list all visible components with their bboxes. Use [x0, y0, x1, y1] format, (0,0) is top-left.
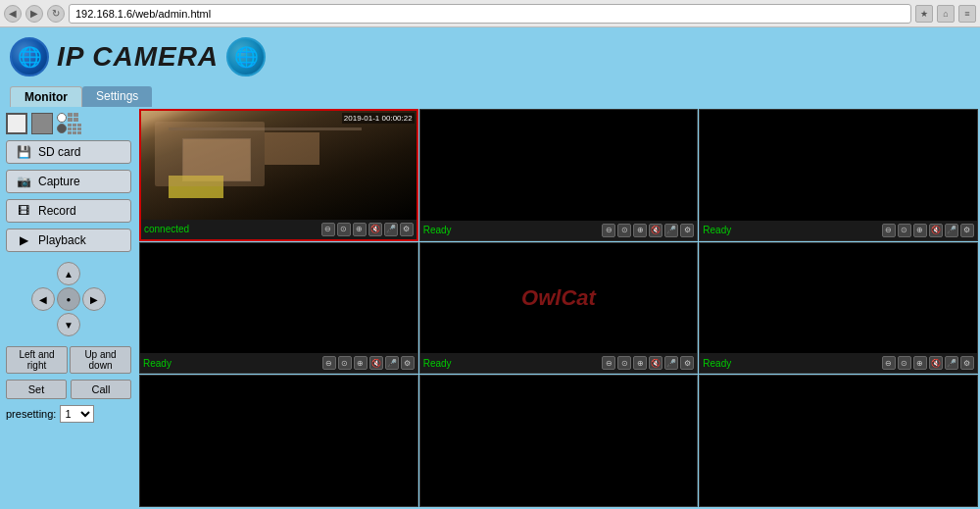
globe-left-icon: 🌐 — [10, 37, 49, 76]
mute-icon-cam3[interactable]: 🔇 — [929, 224, 943, 237]
back-button[interactable]: ◀ — [4, 5, 22, 23]
ptz-up-button[interactable]: ▲ — [57, 262, 80, 285]
presetting-row: presetting: 1 2 3 — [6, 405, 131, 423]
call-button[interactable]: Call — [71, 380, 131, 399]
camera-feed-3 — [700, 110, 977, 221]
layout-radio-2[interactable] — [57, 124, 67, 133]
ptz-right-button[interactable]: ▶ — [82, 287, 106, 311]
mute-icon-cam6[interactable]: 🔇 — [929, 356, 943, 370]
camera-status-5: Ready — [423, 358, 452, 369]
camera-status-4: Ready — [143, 358, 172, 369]
camera-status-1: connected — [144, 224, 189, 234]
ptz-center-button[interactable]: ● — [57, 287, 80, 311]
settings-icon-cam1[interactable]: ⚙ — [400, 223, 414, 236]
camera-feed-9 — [700, 376, 977, 506]
tab-settings[interactable]: Settings — [82, 86, 152, 107]
camera-cell-5[interactable]: OwlCatReady⊖⊙⊕🔇🎤⚙ — [419, 242, 699, 375]
layout-single-icon[interactable] — [6, 113, 27, 134]
ptz-controls: ▲ ◀ ● ▶ ▼ — [6, 262, 131, 336]
layout-radio-1[interactable] — [57, 113, 67, 123]
camera-feed-1: 2019-01-1 00:00:22 — [141, 111, 416, 220]
mic-icon-cam6[interactable]: 🎤 — [945, 356, 958, 370]
record-dot-icon-cam3[interactable]: ⊙ — [898, 224, 911, 237]
mute-icon-cam4[interactable]: 🔇 — [369, 356, 383, 370]
mute-icon-cam5[interactable]: 🔇 — [649, 356, 662, 370]
record-dot-icon-cam6[interactable]: ⊙ — [898, 356, 911, 370]
zoom-in-icon-cam4[interactable]: ⊕ — [354, 356, 368, 370]
sd-card-label: SD card — [38, 145, 80, 159]
camera-controls-5: Ready⊖⊙⊕🔇🎤⚙ — [420, 353, 698, 373]
camera-cell-6[interactable]: Ready⊖⊙⊕🔇🎤⚙ — [699, 242, 978, 375]
mic-icon-cam3[interactable]: 🎤 — [945, 224, 958, 237]
mic-icon-cam2[interactable]: 🎤 — [664, 224, 678, 237]
camera-cell-9[interactable] — [699, 375, 978, 507]
camera-cell-3[interactable]: Ready⊖⊙⊕🔇🎤⚙ — [699, 109, 978, 241]
camera-controls-1: connected⊖⊙⊕🔇🎤⚙ — [141, 220, 416, 239]
mute-icon-cam1[interactable]: 🔇 — [368, 223, 382, 236]
settings-icon-cam6[interactable]: ⚙ — [960, 356, 974, 370]
ptz-left-button[interactable]: ◀ — [31, 287, 55, 311]
camera-controls-2: Ready⊖⊙⊕🔇🎤⚙ — [420, 221, 698, 240]
camera-cell-4[interactable]: Ready⊖⊙⊕🔇🎤⚙ — [139, 242, 418, 375]
forward-button[interactable]: ▶ — [25, 5, 43, 23]
settings-icon-cam2[interactable]: ⚙ — [680, 224, 694, 237]
settings-icon-cam3[interactable]: ⚙ — [960, 224, 974, 237]
camera-status-2: Ready — [423, 225, 452, 235]
camera-image-1 — [141, 111, 416, 220]
camera-cell-8[interactable] — [419, 375, 699, 507]
capture-button[interactable]: 📷 Capture — [6, 170, 131, 193]
zoom-out-icon-cam1[interactable]: ⊖ — [321, 223, 335, 236]
mic-icon-cam4[interactable]: 🎤 — [385, 356, 399, 370]
settings-icon-cam4[interactable]: ⚙ — [401, 356, 415, 370]
tab-monitor[interactable]: Monitor — [10, 86, 82, 107]
zoom-in-icon-cam6[interactable]: ⊕ — [913, 356, 927, 370]
presetting-select[interactable]: 1 2 3 — [60, 405, 94, 423]
mute-icon-cam2[interactable]: 🔇 — [649, 224, 662, 237]
camera-cell-1[interactable]: 2019-01-1 00:00:22connected⊖⊙⊕🔇🎤⚙ — [139, 109, 418, 241]
zoom-out-icon-cam5[interactable]: ⊖ — [602, 356, 615, 370]
set-call-row: Set Call — [6, 380, 131, 399]
bookmark-icon[interactable]: ★ — [915, 5, 933, 23]
content-area: 💾 SD card 📷 Capture 🎞 Record ▶ Playback — [0, 107, 980, 509]
camera-feed-4 — [140, 243, 417, 354]
record-button[interactable]: 🎞 Record — [6, 199, 131, 223]
settings-icon-cam5[interactable]: ⚙ — [680, 356, 694, 370]
zoom-out-icon-cam6[interactable]: ⊖ — [882, 356, 896, 370]
home-icon[interactable]: ⌂ — [937, 5, 955, 23]
tab-bar: Monitor Settings — [0, 86, 980, 107]
mic-icon-cam1[interactable]: 🎤 — [384, 223, 398, 236]
camera-ctrl-icons-3: ⊖⊙⊕🔇🎤⚙ — [882, 224, 974, 237]
camera-cell-7[interactable] — [139, 375, 418, 507]
address-bar[interactable] — [69, 4, 911, 24]
ptz-down-button[interactable]: ▼ — [57, 313, 80, 336]
set-button[interactable]: Set — [6, 380, 67, 399]
zoom-in-icon-cam1[interactable]: ⊕ — [353, 223, 367, 236]
record-dot-icon-cam2[interactable]: ⊙ — [617, 224, 631, 237]
sd-card-icon: 💾 — [15, 145, 32, 159]
zoom-in-icon-cam3[interactable]: ⊕ — [913, 224, 927, 237]
header-logo: 🌐 IP CAMERA 🌐 — [10, 37, 266, 76]
record-dot-icon-cam4[interactable]: ⊙ — [338, 356, 352, 370]
camera-cell-2[interactable]: Ready⊖⊙⊕🔇🎤⚙ — [419, 109, 699, 241]
refresh-button[interactable]: ↻ — [47, 5, 65, 23]
camera-grid: 2019-01-1 00:00:22connected⊖⊙⊕🔇🎤⚙Ready⊖⊙… — [137, 107, 980, 509]
zoom-out-icon-cam4[interactable]: ⊖ — [322, 356, 336, 370]
sd-card-button[interactable]: 💾 SD card — [6, 140, 131, 164]
camera-feed-7 — [140, 376, 417, 506]
browser-toolbar: ◀ ▶ ↻ ★ ⌂ ≡ — [0, 0, 980, 27]
settings-icon[interactable]: ≡ — [958, 5, 976, 23]
layout-options — [57, 113, 85, 134]
up-down-button[interactable]: Up and down — [70, 346, 131, 374]
camera-status-6: Ready — [703, 358, 731, 369]
record-dot-icon-cam5[interactable]: ⊙ — [617, 356, 631, 370]
ptz-row-middle: ◀ ● ▶ — [31, 287, 106, 311]
layout-quad-icon[interactable] — [31, 113, 53, 134]
zoom-out-icon-cam3[interactable]: ⊖ — [882, 224, 896, 237]
zoom-in-icon-cam2[interactable]: ⊕ — [633, 224, 647, 237]
zoom-out-icon-cam2[interactable]: ⊖ — [602, 224, 615, 237]
record-dot-icon-cam1[interactable]: ⊙ — [337, 223, 351, 236]
mic-icon-cam5[interactable]: 🎤 — [664, 356, 678, 370]
left-right-button[interactable]: Left and right — [6, 346, 68, 374]
playback-button[interactable]: ▶ Playback — [6, 229, 131, 252]
zoom-in-icon-cam5[interactable]: ⊕ — [633, 356, 647, 370]
